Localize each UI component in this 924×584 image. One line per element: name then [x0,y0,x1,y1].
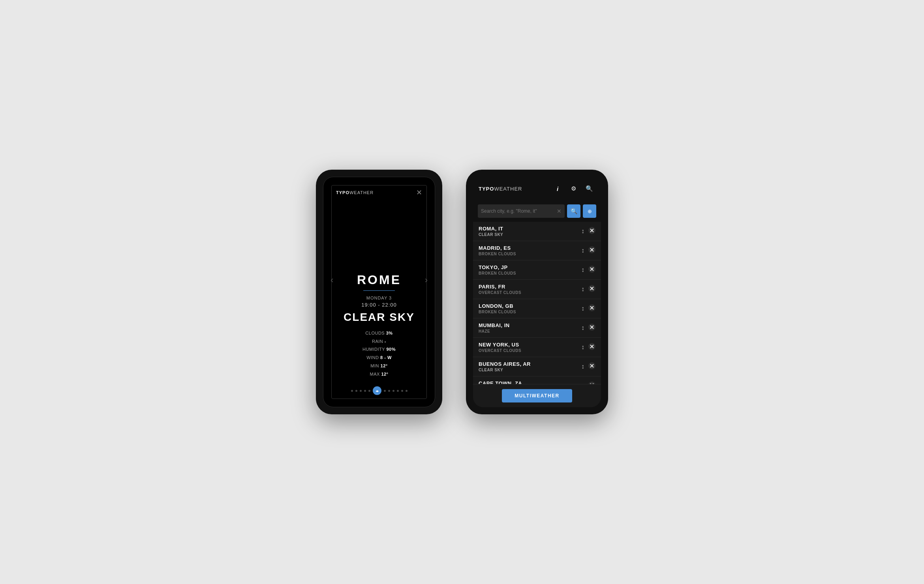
city-item-name: MUMBAI, IN [479,322,581,328]
dot-1[interactable] [351,390,353,392]
remove-button[interactable] [588,382,595,384]
right-phone: TYPOWEATHER i ⚙ 🔍 ✕ 🔍 [466,170,608,414]
search-submit-button[interactable]: 🔍 [567,204,580,218]
city-item-name: BUENOS AIRES, AR [479,361,581,367]
weather-condition: CLEAR SKY [344,311,415,324]
dot-10[interactable] [397,390,399,392]
reorder-button[interactable]: ↕ [581,382,584,384]
brand-right: TYPOWEATHER [479,186,548,192]
left-header: TYPOWEATHER ✕ [323,177,435,197]
city-info: BUENOS AIRES, ARCLEAR SKY [479,361,581,372]
left-screen: TYPOWEATHER ✕ ROME MONDAY 3 19:00 - 22:0… [323,177,435,407]
city-item-name: LONDON, GB [479,303,581,309]
left-phone: TYPOWEATHER ✕ ROME MONDAY 3 19:00 - 22:0… [316,170,442,414]
search-input[interactable] [481,206,554,217]
dot-5[interactable] [368,390,370,392]
rain-row: RAIN - [362,337,396,346]
dot-8[interactable] [388,390,390,392]
dot-2[interactable] [355,390,357,392]
city-item-name: PARIS, FR [479,284,581,290]
right-header: TYPOWEATHER i ⚙ 🔍 [473,177,601,200]
remove-button[interactable] [588,343,595,352]
remove-button[interactable] [588,266,595,275]
search-header-icon: 🔍 [586,185,593,192]
multiweather-button[interactable]: MULTIWEATHER [502,389,572,402]
search-bar: ✕ 🔍 ⊕ [473,200,601,222]
city-item-condition: HAZE [479,329,581,333]
settings-button[interactable]: ⚙ [567,182,580,195]
remove-button[interactable] [588,285,595,294]
city-info: LONDON, GBBROKEN CLOUDS [479,303,581,314]
info-button[interactable]: i [551,182,564,195]
settings-icon: ⚙ [571,185,576,192]
info-icon: i [557,185,558,192]
next-arrow[interactable]: › [425,275,428,285]
city-item-condition: CLEAR SKY [479,232,581,237]
remove-button[interactable] [588,324,595,333]
dot-9[interactable] [393,390,394,392]
dot-11[interactable] [401,390,403,392]
city-info: MADRID, ESBROKEN CLOUDS [479,245,581,256]
search-header-button[interactable]: 🔍 [583,182,595,195]
dot-12[interactable] [406,390,408,392]
time-range: 19:00 - 22:00 [361,302,397,308]
city-info: MUMBAI, INHAZE [479,322,581,333]
day-label: MONDAY 3 [366,296,392,300]
city-item-name: MADRID, ES [479,245,581,251]
city-item-condition: BROKEN CLOUDS [479,271,581,275]
city-list-item[interactable]: CAPE TOWN, ZASCATTERED CLOUDS↕ [473,376,601,384]
city-list-item[interactable]: BUENOS AIRES, ARCLEAR SKY↕ [473,357,601,376]
city-list-item[interactable]: ROMA, ITCLEAR SKY↕ [473,222,601,241]
remove-button[interactable] [588,227,595,236]
dot-active[interactable] [373,386,381,395]
city-name: ROME [357,221,401,287]
reorder-button[interactable]: ↕ [581,324,584,331]
reorder-button[interactable]: ↕ [581,363,584,370]
location-button[interactable]: ⊕ [583,204,596,218]
city-item-condition: OVERCAST CLOUDS [479,290,581,295]
remove-button[interactable] [588,246,595,255]
reorder-button[interactable]: ↕ [581,286,584,293]
wind-row: WIND 8 - W [362,354,396,362]
city-info: PARIS, FROVERCAST CLOUDS [479,284,581,295]
close-button[interactable]: ✕ [416,188,422,197]
city-info: TOKYO, JPBROKEN CLOUDS [479,264,581,275]
search-input-wrap: ✕ [478,204,565,218]
reorder-button[interactable]: ↕ [581,344,584,351]
city-list-item[interactable]: PARIS, FROVERCAST CLOUDS↕ [473,280,601,299]
bottom-bar: MULTIWEATHER [473,384,601,407]
clouds-row: CLOUDS 3% [362,329,396,337]
city-info: CAPE TOWN, ZASCATTERED CLOUDS [479,380,581,384]
city-info: ROMA, ITCLEAR SKY [479,226,581,237]
city-item-name: NEW YORK, US [479,342,581,348]
location-icon: ⊕ [588,208,592,214]
city-item-condition: OVERCAST CLOUDS [479,348,581,353]
reorder-button[interactable]: ↕ [581,228,584,235]
dot-3[interactable] [360,390,362,392]
remove-button[interactable] [588,304,595,313]
city-list-item[interactable]: MUMBAI, INHAZE↕ [473,318,601,338]
max-row: MAX 12° [362,370,396,378]
dot-4[interactable] [364,390,366,392]
right-screen: TYPOWEATHER i ⚙ 🔍 ✕ 🔍 [473,177,601,407]
city-list: ROMA, ITCLEAR SKY↕MADRID, ESBROKEN CLOUD… [473,222,601,384]
city-info: NEW YORK, USOVERCAST CLOUDS [479,342,581,353]
app-container: TYPOWEATHER ✕ ROME MONDAY 3 19:00 - 22:0… [225,170,699,414]
clear-button[interactable]: ✕ [557,208,562,214]
prev-arrow[interactable]: ‹ [331,275,333,285]
weather-details: CLOUDS 3% RAIN - HUMIDITY 90% WIND 8 - W [362,329,396,378]
city-item-name: TOKYO, JP [479,264,581,270]
dot-7[interactable] [384,390,386,392]
remove-button[interactable] [588,362,595,371]
city-list-item[interactable]: MADRID, ESBROKEN CLOUDS↕ [473,241,601,260]
reorder-button[interactable]: ↕ [581,247,584,254]
city-item-condition: BROKEN CLOUDS [479,252,581,256]
reorder-button[interactable]: ↕ [581,266,584,273]
city-list-item[interactable]: LONDON, GBBROKEN CLOUDS↕ [473,299,601,318]
city-list-item[interactable]: TOKYO, JPBROKEN CLOUDS↕ [473,260,601,280]
humidity-row: HUMIDITY 90% [362,345,396,354]
city-list-item[interactable]: NEW YORK, USOVERCAST CLOUDS↕ [473,338,601,357]
reorder-button[interactable]: ↕ [581,305,584,312]
city-item-name: ROMA, IT [479,226,581,232]
svg-point-24 [588,382,595,384]
